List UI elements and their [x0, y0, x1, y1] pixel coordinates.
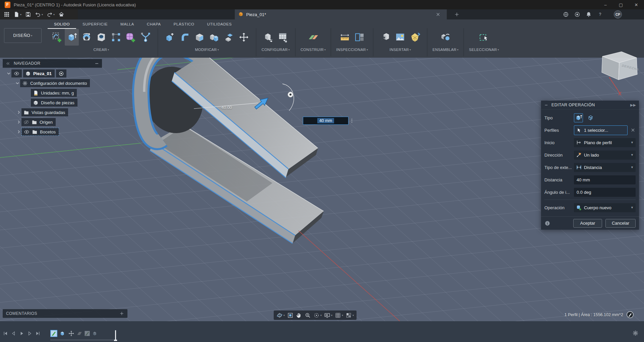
collapse-dialog-icon[interactable] — [544, 103, 548, 107]
move-icon[interactable] — [237, 29, 251, 46]
measure-icon[interactable] — [338, 29, 352, 46]
info-icon[interactable] — [544, 220, 550, 226]
operation-dropdown[interactable]: Cuerpo nuevo ▼ — [574, 203, 636, 212]
tree-item-diseno-piezas[interactable]: Diseño de piezas — [3, 99, 102, 107]
select-icon[interactable] — [477, 29, 491, 46]
chevron-down-icon[interactable] — [15, 80, 20, 86]
eye-icon[interactable] — [24, 129, 30, 135]
fillet-icon[interactable] — [178, 29, 192, 46]
bell-icon[interactable] — [586, 11, 592, 17]
step-forward-icon[interactable] — [27, 331, 33, 336]
tree-item-config-documento[interactable]: Configuración del documento — [3, 79, 102, 87]
tree-item-pieza[interactable]: Pieza_01 — [3, 69, 102, 77]
display-icon[interactable]: ▾ — [324, 312, 332, 319]
revolve-icon[interactable] — [79, 29, 94, 46]
create-sketch-icon[interactable] — [50, 29, 64, 46]
skip-start-icon[interactable] — [3, 331, 8, 336]
timeline-marker[interactable] — [115, 330, 116, 341]
extrude-icon[interactable] — [65, 29, 79, 46]
play-icon[interactable] — [19, 331, 24, 336]
extensions-icon[interactable] — [563, 11, 569, 17]
look-at-icon[interactable] — [287, 312, 293, 319]
group-crear-menu[interactable]: CREAR▾ — [94, 48, 109, 52]
grid-ic-icon[interactable]: ▾ — [335, 312, 343, 319]
group-ensamblar-menu[interactable]: ENSAMBLAR▾ — [432, 48, 459, 52]
minimize-button[interactable]: – — [598, 0, 613, 9]
start-dropdown[interactable]: Plano de perfil ▼ — [574, 138, 636, 147]
document-tab[interactable]: Pieza_01* — [235, 9, 447, 19]
close-button[interactable]: ✕ — [629, 0, 644, 9]
derive-icon[interactable] — [378, 29, 392, 46]
cancel-button[interactable]: Cancelar — [605, 219, 636, 228]
group-inspeccionar-menu[interactable]: INSPECCIONAR▾ — [336, 48, 368, 52]
press-pull-icon[interactable] — [163, 29, 177, 46]
group-insertar-menu[interactable]: INSERTAR▾ — [389, 48, 411, 52]
direction-dropdown[interactable]: Un lado ▼ — [574, 151, 636, 160]
tree-item-origen[interactable]: Origen — [3, 118, 102, 126]
offset-face-icon[interactable] — [222, 29, 236, 46]
tree-item-bocetos[interactable]: Bocetos — [3, 128, 102, 136]
minimize-panel-icon[interactable] — [94, 61, 99, 66]
joint-icon[interactable] — [438, 29, 452, 46]
timeline-move-feature[interactable] — [68, 330, 75, 337]
pan-icon[interactable] — [296, 312, 302, 319]
plane-icon[interactable] — [306, 29, 320, 46]
comments-bar[interactable]: COMENTARIOS — [3, 309, 127, 318]
parameters-icon[interactable] — [276, 29, 290, 46]
undo-icon[interactable]: ▾ — [34, 10, 44, 18]
group-configurar-menu[interactable]: CONFIGURAR▾ — [262, 48, 290, 52]
clear-selection-icon[interactable] — [630, 127, 636, 133]
home-icon[interactable] — [57, 10, 65, 18]
chevron-right-icon[interactable] — [16, 119, 21, 125]
tree-item-unidades[interactable]: Unidades: mm, g — [3, 89, 102, 97]
zoom-icon[interactable] — [305, 312, 311, 319]
timeline-sketch-feature[interactable] — [84, 331, 90, 337]
save-icon[interactable] — [24, 10, 32, 18]
timeline-sketch-feature[interactable] — [50, 330, 57, 337]
activate-component-icon[interactable] — [58, 71, 64, 76]
timeline-extrude-feature[interactable] — [59, 330, 66, 337]
help-icon[interactable]: ? — [597, 11, 603, 17]
mark-badge-icon[interactable] — [626, 311, 634, 319]
group-seleccionar-menu[interactable]: SELECCIONAR▾ — [469, 48, 499, 52]
sweep-icon[interactable] — [139, 29, 153, 46]
timeline-extrude-feature[interactable] — [92, 331, 98, 337]
fit-icon[interactable]: ▾ — [313, 312, 322, 319]
eye-icon[interactable] — [14, 71, 19, 76]
collapse-panel-icon[interactable] — [5, 61, 10, 66]
dimension-input[interactable]: 40 mm — [303, 117, 348, 125]
dimension-options-icon[interactable] — [349, 118, 355, 124]
dock-dialog-icon[interactable]: ▶▶ — [630, 103, 636, 107]
extrude-thin-button[interactable] — [586, 113, 595, 122]
avatar[interactable]: CP — [614, 10, 622, 18]
redo-icon[interactable]: ▾ — [46, 10, 56, 18]
pattern-icon[interactable] — [109, 29, 123, 46]
chevron-right-icon[interactable] — [16, 129, 21, 134]
maximize-button[interactable]: ▢ — [613, 0, 629, 9]
orbit-icon[interactable]: ▾ — [276, 312, 285, 319]
dialog-header[interactable]: EDITAR OPERACIÓN ▶▶ — [541, 101, 639, 110]
extent-type-dropdown[interactable]: Distancia ▼ — [574, 163, 636, 172]
create-form-icon[interactable] — [124, 29, 138, 46]
viewcube[interactable]: DERECHA — [589, 49, 644, 99]
new-component-icon[interactable] — [261, 29, 275, 46]
chevron-right-icon[interactable] — [16, 110, 21, 115]
app-grid-icon[interactable] — [3, 10, 11, 18]
distance-input[interactable]: 40 mm — [574, 175, 636, 184]
shell-icon[interactable] — [193, 29, 207, 46]
eye-off-icon[interactable] — [23, 119, 29, 125]
combine-icon[interactable] — [207, 29, 221, 46]
group-modificar-menu[interactable]: MODIFICAR▾ — [195, 48, 219, 52]
hole-icon[interactable] — [94, 29, 108, 46]
timeline-settings-gear-icon[interactable] — [632, 330, 639, 336]
mesh-icon[interactable] — [408, 29, 422, 46]
close-tab-icon[interactable] — [435, 12, 441, 17]
group-construir-menu[interactable]: CONSTRUIR▾ — [301, 48, 326, 52]
new-tab-icon[interactable] — [454, 12, 460, 17]
canvas-image-icon[interactable] — [393, 29, 407, 46]
tree-item-vistas-guardadas[interactable]: Vistas guardadas — [3, 108, 102, 116]
add-comment-icon[interactable] — [119, 311, 124, 316]
skip-end-icon[interactable] — [35, 331, 41, 336]
section-icon[interactable] — [353, 29, 367, 46]
extrude-solid-button[interactable] — [574, 113, 583, 122]
